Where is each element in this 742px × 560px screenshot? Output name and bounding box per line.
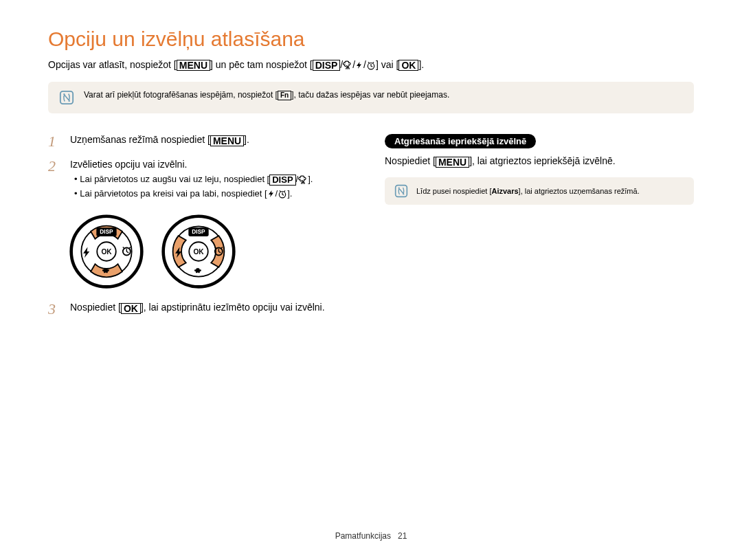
- bullet-text: ].: [287, 188, 292, 199]
- note-text: Varat arī piekļūt fotografēšanas iespējā…: [84, 90, 449, 100]
- step-body: Uzņemšanas režīmā nospiediet [MENU].: [70, 134, 357, 149]
- menu-tag: MENU: [436, 157, 469, 168]
- ok-tag: OK: [398, 60, 418, 71]
- note-box: Līdz pusei nospiediet [Aizvars], lai atg…: [385, 177, 694, 205]
- text: Nospiediet [: [385, 155, 436, 166]
- bullet-text: Lai pārvietotos pa kreisi vai pa labi, n…: [80, 188, 267, 199]
- note-text-part: Varat arī piekļūt fotografēšanas iespējā…: [84, 90, 278, 100]
- step-number: 1: [48, 134, 62, 149]
- bullet-1: Lai pārvietotos uz augšu vai uz leju, no…: [74, 174, 357, 186]
- step-text: ], lai apstiprinātu iezīmēto opciju vai …: [141, 302, 325, 313]
- footer-page: 21: [398, 531, 407, 541]
- dial-diagrams: DISP OK: [69, 214, 357, 289]
- intro-text: Opcijas var atlasīt, nospiežot [: [48, 59, 177, 70]
- step-text: Uzņemšanas režīmā nospiediet [: [70, 134, 210, 145]
- intro-text: ] un pēc tam nospiežot [: [210, 59, 313, 70]
- left-column: 1 Uzņemšanas režīmā nospiediet [MENU]. 2…: [48, 134, 357, 326]
- footer: Pamatfunkcijas 21: [0, 531, 742, 541]
- note-text: Līdz pusei nospiediet [Aizvars], lai atg…: [416, 187, 640, 195]
- disp-tag: DISP: [313, 60, 341, 71]
- disp-label: DISP: [192, 229, 205, 236]
- timer-icon: [366, 60, 376, 70]
- bullets: Lai pārvietotos uz augšu vai uz leju, no…: [74, 174, 357, 199]
- menu-tag: MENU: [177, 60, 210, 71]
- footer-section: Pamatfunkcijas: [335, 531, 391, 541]
- ok-label: OK: [101, 248, 112, 256]
- bullet-text: ].: [308, 174, 313, 184]
- page-title: Opciju un izvēlņu atlasīšana: [48, 27, 694, 51]
- disp-label: DISP: [100, 229, 113, 236]
- intro-paragraph: Opcijas var atlasīt, nospiežot [MENU] un…: [48, 59, 694, 71]
- ok-label: OK: [193, 248, 204, 256]
- step-text: ].: [244, 134, 249, 145]
- subhead-pill: Atgriešanās iepriekšējā izvēlnē: [385, 134, 536, 148]
- flash-icon: [355, 60, 363, 70]
- flower-icon: [343, 60, 352, 70]
- ok-tag: OK: [121, 303, 141, 314]
- columns: 1 Uzņemšanas režīmā nospiediet [MENU]. 2…: [48, 134, 694, 326]
- timer-icon: [278, 189, 287, 199]
- step-main: Izvēlieties opciju vai izvēlni.: [70, 159, 357, 170]
- fn-tag: Fn: [278, 91, 291, 100]
- step-body: Izvēlieties opciju vai izvēlni. Lai pārv…: [70, 159, 357, 201]
- right-column: Atgriešanās iepriekšējā izvēlnē Nospiedi…: [385, 134, 694, 326]
- step-body: Nospiediet [OK], lai apstiprinātu iezīmē…: [70, 302, 357, 317]
- note-icon: [394, 184, 408, 198]
- text: ], lai atgrieztos iepriekšējā izvēlnē.: [469, 155, 615, 166]
- step-number: 3: [48, 302, 62, 317]
- step-1: 1 Uzņemšanas režīmā nospiediet [MENU].: [48, 134, 357, 149]
- bullet-2: Lai pārvietotos pa kreisi vai pa labi, n…: [74, 188, 357, 199]
- intro-text: ].: [418, 59, 424, 70]
- disp-tag: DISP: [269, 175, 295, 186]
- dial-left-right: DISP OK: [161, 214, 236, 289]
- menu-tag: MENU: [210, 135, 244, 146]
- step-number: 2: [48, 159, 62, 201]
- intro-text: ] vai [: [376, 59, 398, 70]
- page: Opciju un izvēlņu atlasīšana Opcijas var…: [0, 0, 742, 326]
- note-bold: Aizvars: [491, 187, 518, 195]
- step-3: 3 Nospiediet [OK], lai apstiprinātu iezī…: [48, 302, 357, 317]
- note-part: ], lai atgrieztos uzņemšanas režīmā.: [519, 187, 640, 195]
- step-2: 2 Izvēlieties opciju vai izvēlni. Lai pā…: [48, 159, 357, 201]
- note-text-part: ], taču dažas iespējas var nebūt pieejam…: [291, 90, 449, 100]
- note-box: Varat arī piekļūt fotografēšanas iespējā…: [48, 82, 694, 113]
- bullet-text: Lai pārvietotos uz augšu vai uz leju, no…: [80, 174, 269, 184]
- flower-icon: [298, 175, 308, 185]
- dial-up-down: DISP OK: [69, 214, 144, 289]
- flash-icon: [267, 189, 276, 199]
- right-text: Nospiediet [MENU], lai atgrieztos ieprie…: [385, 155, 694, 167]
- note-icon: [59, 90, 74, 105]
- step-text: Nospiediet [: [70, 302, 121, 313]
- note-part: Līdz pusei nospiediet [: [416, 187, 491, 195]
